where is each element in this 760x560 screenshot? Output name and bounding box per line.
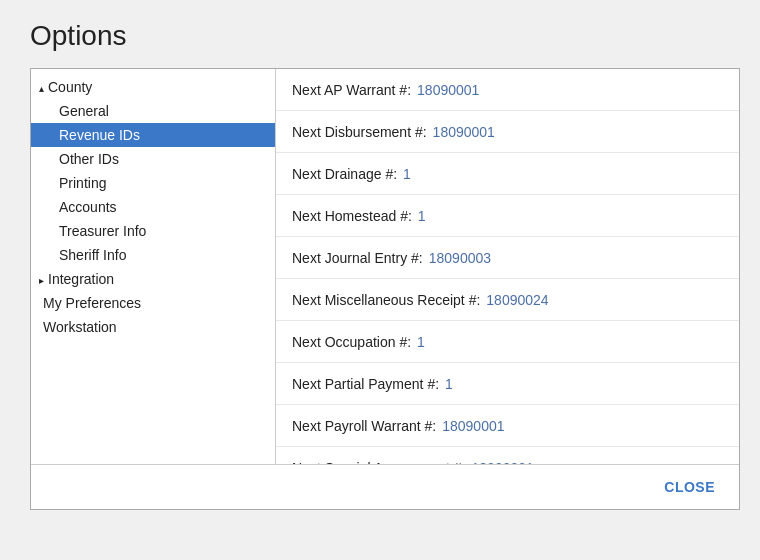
field-label: Next Homestead #: [292, 208, 412, 224]
sidebar-item-sheriff-info[interactable]: Sheriff Info [31, 243, 275, 267]
field-label: Next Disbursement #: [292, 124, 427, 140]
field-label: Next AP Warrant #: [292, 82, 411, 98]
field-label: Next Payroll Warrant #: [292, 418, 436, 434]
dialog-body: ▴ CountyGeneralRevenue IDsOther IDsPrint… [31, 69, 739, 464]
field-value[interactable]: 1 [445, 376, 453, 392]
field-value[interactable]: 18090001 [417, 82, 479, 98]
field-row: Next Occupation #:1 [276, 321, 739, 363]
field-value[interactable]: 1 [418, 208, 426, 224]
field-label: Next Occupation #: [292, 334, 411, 350]
options-dialog: ▴ CountyGeneralRevenue IDsOther IDsPrint… [30, 68, 740, 510]
integration-arrow-icon: ▸ [39, 275, 44, 286]
field-value[interactable]: 18090024 [486, 292, 548, 308]
field-row: Next Homestead #:1 [276, 195, 739, 237]
field-row: Next Payroll Warrant #:18090001 [276, 405, 739, 447]
sidebar-item-treasurer-info[interactable]: Treasurer Info [31, 219, 275, 243]
page-title: Options [30, 20, 127, 52]
close-button[interactable]: CLOSE [656, 475, 723, 499]
sidebar-item-general[interactable]: General [31, 99, 275, 123]
county-label: County [48, 79, 92, 95]
sidebar-item-printing[interactable]: Printing [31, 171, 275, 195]
integration-label: Integration [48, 271, 114, 287]
sidebar-item-accounts[interactable]: Accounts [31, 195, 275, 219]
dialog-footer: CLOSE [31, 464, 739, 509]
sidebar-item-other-ids[interactable]: Other IDs [31, 147, 275, 171]
field-row: Next Drainage #:1 [276, 153, 739, 195]
field-row: Next Journal Entry #:18090003 [276, 237, 739, 279]
field-label: Next Miscellaneous Receipt #: [292, 292, 480, 308]
sidebar-item-workstation[interactable]: Workstation [31, 315, 275, 339]
sidebar-item-integration[interactable]: ▸ Integration [31, 267, 275, 291]
field-label: Next Drainage #: [292, 166, 397, 182]
content-panel: Next AP Warrant #:18090001Next Disbursem… [276, 69, 739, 464]
sidebar-item-my-preferences[interactable]: My Preferences [31, 291, 275, 315]
field-value[interactable]: 18090001 [433, 124, 495, 140]
field-label: Next Partial Payment #: [292, 376, 439, 392]
field-row: Next Special Assessment #:18090001 [276, 447, 739, 464]
field-label: Next Journal Entry #: [292, 250, 423, 266]
field-row: Next Miscellaneous Receipt #:18090024 [276, 279, 739, 321]
field-value[interactable]: 1 [417, 334, 425, 350]
field-value[interactable]: 18090003 [429, 250, 491, 266]
field-row: Next Partial Payment #:1 [276, 363, 739, 405]
field-value[interactable]: 18090001 [472, 460, 534, 465]
field-row: Next Disbursement #:18090001 [276, 111, 739, 153]
field-value[interactable]: 1 [403, 166, 411, 182]
county-arrow-icon: ▴ [39, 83, 44, 94]
content-scroll[interactable]: Next AP Warrant #:18090001Next Disbursem… [276, 69, 739, 464]
sidebar-item-county[interactable]: ▴ County [31, 75, 275, 99]
sidebar: ▴ CountyGeneralRevenue IDsOther IDsPrint… [31, 69, 276, 464]
sidebar-item-revenue-ids[interactable]: Revenue IDs [31, 123, 275, 147]
field-value[interactable]: 18090001 [442, 418, 504, 434]
field-label: Next Special Assessment #: [292, 460, 466, 465]
field-row: Next AP Warrant #:18090001 [276, 69, 739, 111]
